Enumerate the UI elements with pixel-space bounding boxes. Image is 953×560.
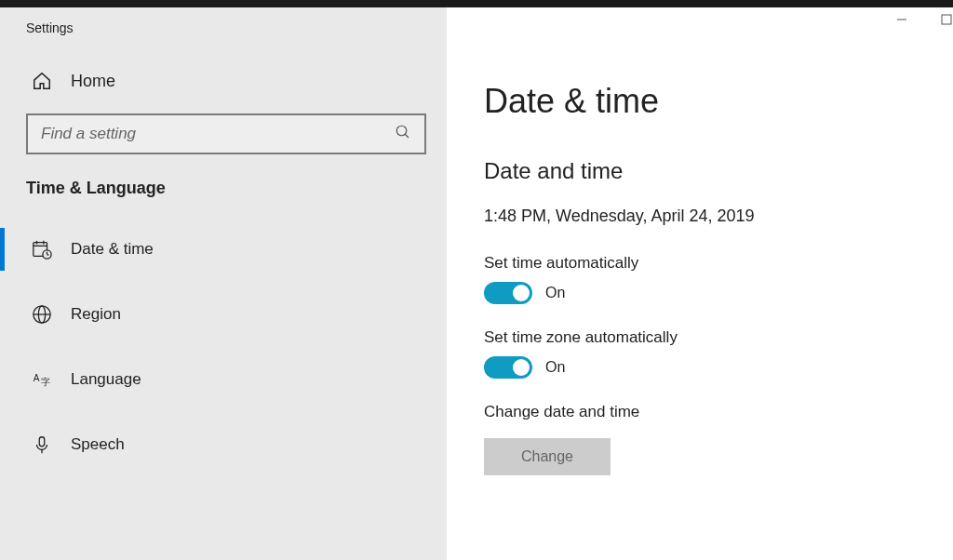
globe-icon [32, 304, 52, 325]
auto-tz-state: On [545, 359, 565, 376]
window-title: Settings [26, 20, 74, 35]
sidebar-item-label: Date & time [71, 240, 154, 259]
change-datetime-label: Change date and time [484, 403, 916, 421]
auto-time-toggle[interactable] [484, 282, 532, 304]
auto-tz-label: Set time zone automatically [484, 328, 916, 347]
svg-rect-1 [942, 15, 951, 24]
sidebar-item-language[interactable]: A 字 Language [0, 347, 447, 412]
svg-point-2 [396, 126, 407, 136]
search-icon [395, 124, 411, 144]
current-datetime: 1:48 PM, Wednesday, April 24, 2019 [484, 207, 916, 226]
section-header: Time & Language [0, 179, 447, 217]
minimize-button[interactable] [895, 13, 908, 26]
auto-time-state: On [545, 285, 565, 301]
home-label: Home [71, 72, 115, 91]
svg-text:A: A [34, 373, 40, 383]
svg-rect-16 [39, 437, 45, 447]
page-title: Date & time [484, 82, 916, 121]
sidebar-item-label: Speech [71, 435, 125, 454]
svg-line-10 [47, 255, 49, 256]
home-icon [32, 71, 52, 91]
subsection-title: Date and time [484, 158, 916, 184]
language-icon: A 字 [32, 369, 52, 390]
sidebar: Settings Home [0, 7, 447, 560]
svg-text:字: 字 [41, 377, 50, 387]
main-panel: Date & time Date and time 1:48 PM, Wedne… [447, 7, 953, 560]
sidebar-item-label: Language [71, 370, 141, 389]
search-input[interactable] [41, 125, 395, 143]
svg-line-3 [405, 134, 409, 138]
sidebar-item-date-time[interactable]: Date & time [0, 217, 447, 282]
search-box[interactable] [26, 113, 426, 154]
change-button[interactable]: Change [484, 438, 611, 475]
maximize-button[interactable] [940, 13, 953, 26]
calendar-clock-icon [32, 239, 52, 260]
auto-time-label: Set time automatically [484, 254, 916, 273]
microphone-icon [32, 434, 52, 455]
home-nav[interactable]: Home [0, 43, 447, 113]
sidebar-item-region[interactable]: Region [0, 282, 447, 347]
auto-tz-toggle[interactable] [484, 356, 532, 379]
sidebar-item-speech[interactable]: Speech [0, 412, 447, 477]
sidebar-item-label: Region [71, 305, 121, 324]
